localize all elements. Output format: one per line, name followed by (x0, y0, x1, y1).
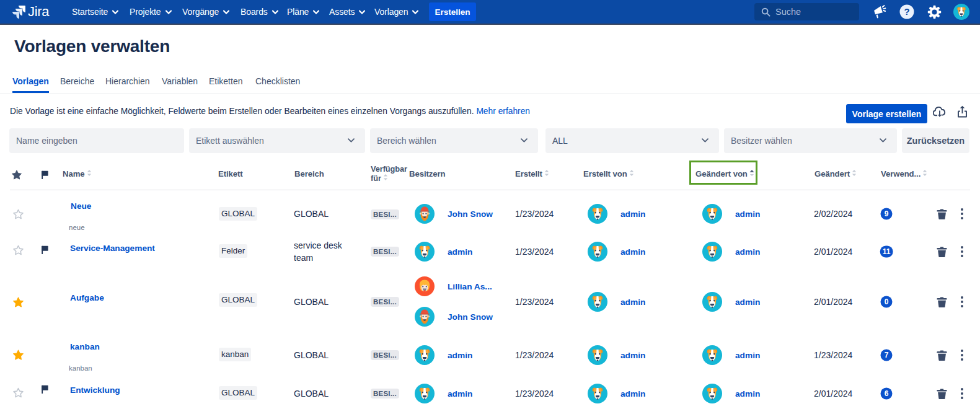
svg-text:?: ? (904, 6, 909, 17)
